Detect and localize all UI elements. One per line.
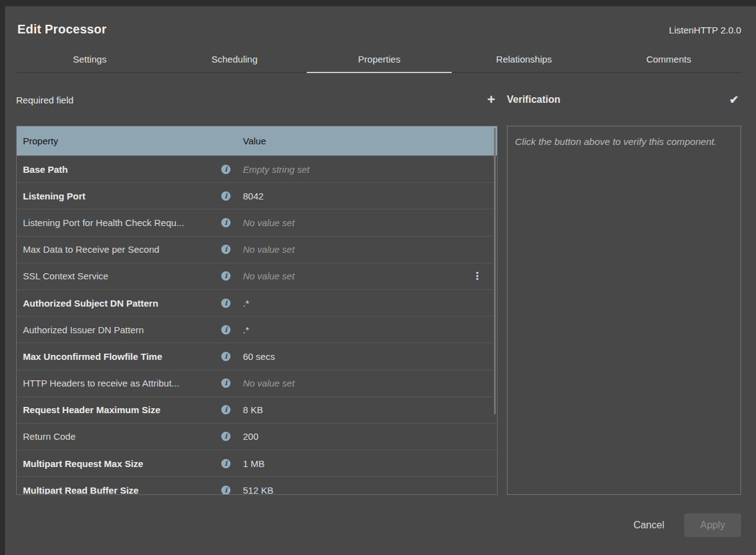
info-icon: i <box>221 191 231 201</box>
checkmark-icon: ✔ <box>729 94 739 106</box>
table-row[interactable]: Request Header Maximum Sizei8 KB <box>17 396 497 423</box>
dialog-header: Edit Processor ListenHTTP 2.0.0 Settings… <box>5 6 756 73</box>
table-row[interactable]: Multipart Read Buffer Sizei512 KB <box>17 476 497 495</box>
edit-processor-dialog: Edit Processor ListenHTTP 2.0.0 Settings… <box>5 6 756 555</box>
property-value[interactable]: 60 secs <box>239 351 497 362</box>
column-header-value: Value <box>239 136 497 146</box>
property-value[interactable]: .* <box>239 298 497 308</box>
verify-button[interactable]: ✔ <box>727 93 741 107</box>
table-row[interactable]: Multipart Request Max Sizei1 MB <box>17 450 497 476</box>
properties-table: Property Value Base PathiEmpty string se… <box>16 126 498 495</box>
property-name: Multipart Request Max Size <box>23 458 221 469</box>
dialog-title: Edit Processor <box>17 22 107 37</box>
property-name: Multipart Read Buffer Size <box>23 485 221 495</box>
info-icon: i <box>221 405 231 414</box>
property-value[interactable]: No value set <box>239 244 497 255</box>
property-value[interactable]: 200 <box>239 431 497 442</box>
property-value[interactable]: .* <box>239 325 497 335</box>
table-row[interactable]: Base PathiEmpty string set <box>17 155 497 182</box>
verification-label: Verification <box>507 94 560 105</box>
property-value[interactable]: 512 KB <box>239 485 497 495</box>
property-value[interactable]: Empty string set <box>239 164 497 175</box>
apply-button[interactable]: Apply <box>684 513 741 537</box>
table-row[interactable]: Max Unconfirmed Flowfile Timei60 secs <box>17 343 497 369</box>
property-name: Max Data to Receive per Second <box>23 244 221 255</box>
property-value[interactable]: No value set <box>239 378 497 388</box>
table-row[interactable]: Return Codei200 <box>17 423 497 450</box>
table-header-row: Property Value <box>17 126 497 155</box>
column-header-property: Property <box>23 136 221 146</box>
info-icon: i <box>221 218 231 227</box>
properties-table-body: Base PathiEmpty string setListening Port… <box>17 155 497 495</box>
add-property-button[interactable]: + <box>485 92 498 108</box>
property-value[interactable]: No value set <box>239 217 497 228</box>
property-name: Max Unconfirmed Flowfile Time <box>23 351 221 362</box>
property-value[interactable]: 1 MB <box>239 458 497 469</box>
tab-scheduling[interactable]: Scheduling <box>162 48 307 72</box>
cancel-button[interactable]: Cancel <box>627 515 670 536</box>
property-name: SSL Context Service <box>23 271 221 281</box>
more-options-icon[interactable]: ⋮ <box>471 270 483 282</box>
property-name: Authorized Issuer DN Pattern <box>23 325 221 335</box>
table-row[interactable]: SSL Context ServiceiNo value set⋮ <box>17 263 497 289</box>
table-row[interactable]: Authorized Subject DN Patterni.* <box>17 289 497 316</box>
table-row[interactable]: Listening Port for Health Check Requ...i… <box>17 209 497 235</box>
tab-comments[interactable]: Comments <box>596 48 741 72</box>
table-scrollbar[interactable] <box>494 128 496 414</box>
table-row[interactable]: Authorized Issuer DN Patterni.* <box>17 316 497 343</box>
tab-settings[interactable]: Settings <box>17 48 162 72</box>
verification-pane: Verification ✔ Click the button above to… <box>507 73 741 495</box>
info-icon: i <box>221 459 231 468</box>
property-name: HTTP Headers to receive as Attribut... <box>23 378 221 388</box>
info-icon: i <box>221 486 231 495</box>
info-icon: i <box>221 325 231 334</box>
property-name: Authorized Subject DN Pattern <box>23 298 221 308</box>
property-name: Listening Port for Health Check Requ... <box>23 217 221 228</box>
info-icon: i <box>221 378 231 388</box>
required-field-label: Required field <box>16 95 74 105</box>
properties-pane: Required field + Property Value Base Pat… <box>16 73 498 495</box>
property-name: Request Header Maximum Size <box>23 404 221 415</box>
verification-message: Click the button above to verify this co… <box>515 134 733 149</box>
info-icon: i <box>221 352 231 361</box>
table-row[interactable]: Listening Porti8042 <box>17 182 497 209</box>
property-name: Return Code <box>23 431 221 442</box>
info-icon: i <box>221 299 231 308</box>
property-value[interactable]: No value set <box>239 271 497 281</box>
dialog-footer: Cancel Apply <box>5 495 756 555</box>
info-icon: i <box>221 432 231 441</box>
verification-results-box: Click the button above to verify this co… <box>507 126 741 495</box>
processor-version: ListenHTTP 2.0.0 <box>669 25 741 35</box>
dialog-body: Required field + Property Value Base Pat… <box>5 73 756 495</box>
property-value[interactable]: 8042 <box>239 191 497 201</box>
table-row[interactable]: Max Data to Receive per SecondiNo value … <box>17 236 497 263</box>
info-icon: i <box>221 165 231 174</box>
plus-icon: + <box>487 92 495 107</box>
tab-bar: SettingsSchedulingPropertiesRelationship… <box>17 48 741 73</box>
table-row[interactable]: HTTP Headers to receive as Attribut...iN… <box>17 370 497 396</box>
property-value[interactable]: 8 KB <box>239 404 497 415</box>
tab-properties[interactable]: Properties <box>307 48 452 72</box>
info-icon: i <box>221 271 231 281</box>
tab-relationships[interactable]: Relationships <box>452 48 597 72</box>
property-name: Base Path <box>23 164 221 175</box>
property-name: Listening Port <box>23 191 221 201</box>
info-icon: i <box>221 245 231 254</box>
